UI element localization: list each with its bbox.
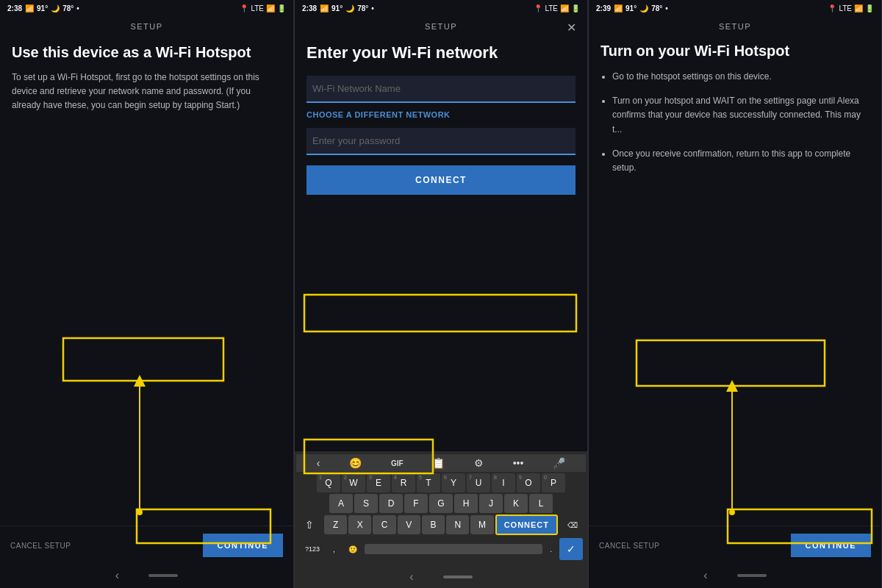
key-c[interactable]: C [373, 515, 395, 534]
key-1[interactable]: 1Q [317, 473, 340, 492]
wifi-network-name-input[interactable] [306, 76, 576, 103]
key-7[interactable]: 7U [467, 473, 490, 492]
panel-content-2: Enter your Wi-Fi network CHOOSE A DIFFER… [295, 34, 587, 451]
kb-emoji-icon[interactable]: 😊 [349, 457, 362, 469]
bullet-item-1: Go to the hotspot settings on this devic… [612, 70, 870, 84]
home-indicator-1[interactable] [148, 574, 178, 577]
comma-key[interactable]: , [327, 540, 341, 559]
phone-screen-1: 2:38 📶 91° 🌙 78° • 📍 LTE 📶 🔋 SETUP Use t… [0, 0, 294, 588]
key-0[interactable]: 0P [542, 473, 565, 492]
back-icon-1[interactable]: ‹ [115, 569, 119, 582]
key-l[interactable]: L [529, 494, 553, 513]
keyboard-area: ‹ 😊 GIF 📋 ⚙ ••• 🎤 1Q 2W 3E 4R 5T 6Y 7U 8… [295, 451, 587, 567]
key-j[interactable]: J [479, 494, 503, 513]
home-indicator-3[interactable] [737, 574, 767, 577]
key-b[interactable]: B [422, 515, 445, 534]
nav-bar-1: ‹ [0, 564, 293, 588]
kb-settings-icon[interactable]: ⚙ [474, 457, 484, 469]
key-8[interactable]: 8I [492, 473, 515, 492]
key-4[interactable]: 4R [392, 473, 415, 492]
choose-network-link[interactable]: CHOOSE A DIFFERENT NETWORK [306, 110, 576, 119]
key-2[interactable]: 2W [342, 473, 365, 492]
home-indicator-2[interactable] [443, 576, 473, 578]
phone-screen-3: 2:39 📶 91° 🌙 78° • 📍 LTE 📶 🔋 SETUP Turn … [588, 0, 882, 588]
key-9[interactable]: 9O [517, 473, 540, 492]
panel2-title: Enter your Wi-Fi network [306, 43, 576, 64]
phone-screen-2: 2:38 📶 91° 🌙 78° • 📍 LTE 📶 🔋 SETUP ✕ Ent… [294, 0, 588, 588]
keyboard-row-zxcv: ⇧ Z X C V B N M CONNECT ⌫ [296, 514, 586, 535]
status-bar-3: 2:39 📶 91° 🌙 78° • 📍 LTE 📶 🔋 [589, 0, 881, 16]
panel1-title: Use this device as a Wi-Fi Hotspot [12, 43, 282, 62]
panel-content-3: Turn on your Wi-Fi Hotspot Go to the hot… [589, 34, 881, 526]
cancel-setup-btn-1[interactable]: CANCEL SETUP [10, 542, 71, 550]
kb-back-icon[interactable]: ‹ [317, 457, 320, 469]
keyboard-bottom-row: ?123 , 🙂 . ✓ [296, 537, 586, 562]
continue-button-3[interactable]: CONTINUE [791, 534, 871, 557]
kb-mic-icon[interactable]: 🎤 [553, 457, 565, 469]
key-6[interactable]: 6Y [442, 473, 465, 492]
nav-bar-3: ‹ [589, 564, 881, 588]
key-m[interactable]: M [470, 515, 493, 534]
bottom-bar-1: CANCEL SETUP CONTINUE [0, 526, 293, 564]
key-f[interactable]: F [404, 494, 428, 513]
panel-header-3: SETUP [589, 16, 881, 34]
delete-key[interactable]: ⌫ [559, 517, 586, 534]
space-key[interactable] [365, 544, 542, 554]
status-icons-2: 📍 LTE 📶 🔋 [534, 4, 580, 12]
status-time-1: 2:38 📶 91° 🌙 78° • [7, 4, 79, 12]
key-3[interactable]: 3E [367, 473, 390, 492]
bullet-item-2: Turn on your hotspot and WAIT on the set… [612, 94, 870, 137]
back-icon-3[interactable]: ‹ [703, 569, 707, 582]
kb-more-icon[interactable]: ••• [513, 457, 524, 469]
period-key[interactable]: . [544, 540, 558, 559]
key-k[interactable]: K [504, 494, 528, 513]
key-v[interactable]: V [398, 515, 420, 534]
key-s[interactable]: S [354, 494, 378, 513]
panel-1: 2:38 📶 91° 🌙 78° • 📍 LTE 📶 🔋 SETUP Use t… [0, 0, 294, 588]
status-time-2: 2:38 📶 91° 🌙 78° • [302, 4, 374, 12]
bottom-bar-3: CANCEL SETUP CONTINUE [589, 526, 881, 564]
bullet-item-3: Once you receive confirmation, return to… [612, 147, 870, 175]
status-icons-1: 📍 LTE 📶 🔋 [240, 4, 286, 12]
key-x[interactable]: X [348, 515, 371, 534]
panel-header-2: SETUP ✕ [295, 16, 587, 34]
panel-2: 2:38 📶 91° 🌙 78° • 📍 LTE 📶 🔋 SETUP ✕ Ent… [294, 0, 588, 588]
status-time-3: 2:39 📶 91° 🌙 78° • [596, 4, 668, 12]
back-icon-2[interactable]: ‹ [409, 570, 413, 584]
continue-button-1[interactable]: CONTINUE [203, 534, 283, 557]
panel-header-1: SETUP [0, 16, 293, 34]
panel3-title: Turn on your Wi-Fi Hotspot [600, 43, 870, 60]
kb-clipboard-icon[interactable]: 📋 [432, 457, 445, 469]
password-input[interactable] [306, 128, 576, 155]
key-d[interactable]: D [379, 494, 403, 513]
status-bar-1: 2:38 📶 91° 🌙 78° • 📍 LTE 📶 🔋 [0, 0, 293, 16]
emoji-key[interactable]: 🙂 [343, 540, 363, 559]
cancel-setup-btn-3[interactable]: CANCEL SETUP [599, 542, 659, 550]
keyboard-row-numbers: 1Q 2W 3E 4R 5T 6Y 7U 8I 9O 0P [296, 473, 586, 492]
key-5[interactable]: 5T [417, 473, 440, 492]
shift-key[interactable]: ⇧ [296, 514, 323, 535]
keyboard-row-asdf: A S D F G H J K L [296, 494, 586, 513]
panel1-body: To set up a Wi-Fi Hotspot, first go to t… [12, 71, 282, 113]
close-button-2[interactable]: ✕ [567, 21, 578, 35]
key-z[interactable]: Z [324, 515, 347, 534]
key-n[interactable]: N [446, 515, 469, 534]
panel3-bullet-list: Go to the hotspot settings on this devic… [600, 70, 870, 175]
key-g[interactable]: G [429, 494, 453, 513]
enter-key[interactable]: ✓ [559, 538, 583, 560]
status-icons-3: 📍 LTE 📶 🔋 [828, 4, 874, 12]
symbol-key[interactable]: ?123 [299, 540, 326, 558]
key-h[interactable]: H [454, 494, 478, 513]
keyboard-connect-key[interactable]: CONNECT [495, 514, 558, 535]
status-bar-2: 2:38 📶 91° 🌙 78° • 📍 LTE 📶 🔋 [295, 0, 587, 16]
panel-3: 2:39 📶 91° 🌙 78° • 📍 LTE 📶 🔋 SETUP Turn … [588, 0, 882, 588]
key-a[interactable]: A [329, 494, 353, 513]
keyboard-toolbar: ‹ 😊 GIF 📋 ⚙ ••• 🎤 [296, 454, 586, 472]
connect-button[interactable]: CONNECT [306, 165, 576, 195]
panel-content-1: Use this device as a Wi-Fi Hotspot To se… [0, 34, 293, 526]
nav-bar-2: ‹ [295, 567, 587, 588]
kb-gif-icon[interactable]: GIF [391, 459, 404, 467]
